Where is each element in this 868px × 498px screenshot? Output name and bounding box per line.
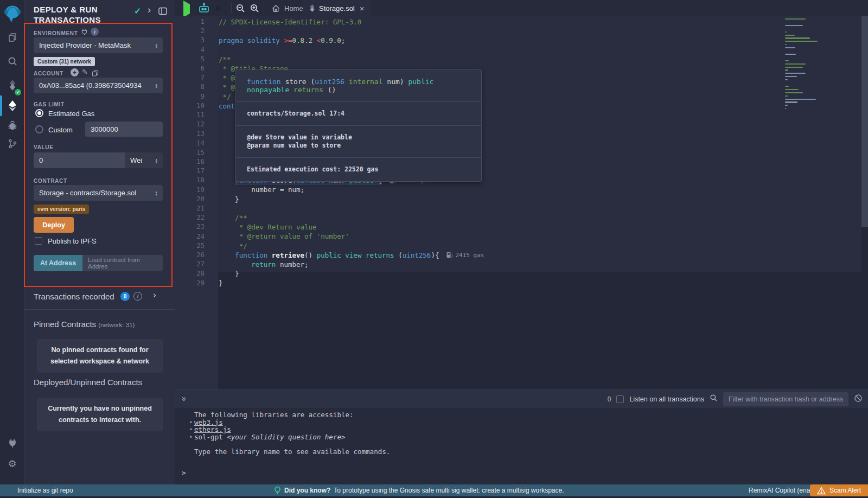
solidity-compiler-icon[interactable]: ✓ xyxy=(0,76,24,94)
minimap-line xyxy=(785,79,788,80)
custom-gas-label: Custom xyxy=(48,126,73,134)
minimap-line xyxy=(785,99,816,100)
terminal-toolbar: » 0 Listen on all transactions xyxy=(175,390,868,408)
minimap-line xyxy=(785,63,806,65)
terminal-line: sol-gpt <your Solidity question here> xyxy=(175,433,868,441)
contract-select[interactable]: Storage - contracts/Storage.sol ▴▾ xyxy=(34,185,163,201)
remix-ide-window: ✓ xyxy=(0,0,868,498)
plugin-manager-icon[interactable] xyxy=(0,434,24,452)
terminal-collapse-icon[interactable]: » xyxy=(180,397,189,401)
minimap-line xyxy=(785,47,795,48)
zoom-out-icon[interactable] xyxy=(235,3,246,16)
minimap-line xyxy=(785,54,796,55)
account-select[interactable]: 0xA03...85ac4 (0.398673504934 ▴▾ xyxy=(34,78,163,93)
panel-expand-icon[interactable]: › xyxy=(148,4,151,16)
editor-minimap[interactable] xyxy=(785,17,839,126)
line-number: 11 xyxy=(196,111,205,119)
debugger-icon[interactable] xyxy=(0,116,24,135)
git-icon[interactable] xyxy=(0,135,24,153)
code-line-20: } xyxy=(219,195,484,204)
editor-scrollbar[interactable] xyxy=(861,16,868,227)
sign-message-icon[interactable]: ✎ xyxy=(82,68,88,76)
line-number: 21 xyxy=(196,204,205,212)
settings-icon[interactable]: ⚙ xyxy=(0,455,24,473)
select-arrows-icon: ▴▾ xyxy=(155,158,157,163)
minimap-line xyxy=(785,108,786,109)
code-editor[interactable]: 1234567891011121314151617181920212223242… xyxy=(175,16,868,390)
code-line-27: return number; xyxy=(219,260,484,269)
listen-all-transactions-checkbox[interactable] xyxy=(616,395,624,403)
publish-ipfs-checkbox[interactable] xyxy=(35,237,42,245)
line-number: 13 xyxy=(196,129,205,137)
line-number: 15 xyxy=(196,148,205,156)
estimated-gas-label: Estimated Gas xyxy=(48,110,94,118)
gas-pump-icon xyxy=(446,252,452,258)
value-label: VALUE xyxy=(34,144,54,150)
custom-gas-radio[interactable] xyxy=(35,125,43,133)
minimap-line xyxy=(785,60,789,61)
divider xyxy=(231,2,232,14)
line-number: 5 xyxy=(200,55,205,63)
transactions-expand-icon[interactable]: › xyxy=(153,290,156,301)
transactions-info-icon[interactable]: i xyxy=(133,292,142,301)
deployed-contracts-title: Deployed/Unpinned Contracts xyxy=(34,378,142,387)
code-line-3: pragma solidity >=0.8.2 <0.9.0; xyxy=(219,36,484,45)
terminal-line: Type the library name to see available c… xyxy=(175,448,868,456)
compile-success-badge: ✓ xyxy=(15,89,21,95)
deploy-run-icon[interactable] xyxy=(0,97,24,115)
code-line-28: } xyxy=(219,269,484,278)
search-icon[interactable] xyxy=(0,52,24,71)
did-you-know-tip: Did you know? To prototype using the Gno… xyxy=(274,486,564,495)
value-input[interactable]: 0 xyxy=(34,152,125,168)
terminal-lines: The following libraries are accessible:w… xyxy=(175,408,868,456)
deploy-button[interactable]: Deploy xyxy=(34,217,74,233)
minimap-line xyxy=(785,18,806,20)
minimap-line xyxy=(785,67,803,68)
zoom-in-icon[interactable] xyxy=(250,3,260,16)
run-script-icon[interactable] xyxy=(183,4,190,14)
status-bar: Initialize as git repo Did you know? To … xyxy=(0,484,868,496)
value-unit-select[interactable]: Wei ▴▾ xyxy=(125,152,163,168)
estimated-gas-radio[interactable] xyxy=(35,109,43,117)
add-account-icon[interactable]: + xyxy=(71,68,79,76)
select-arrows-icon: ▴▾ xyxy=(155,190,157,196)
transactions-count-badge: 0 xyxy=(120,292,130,301)
transactions-recorded-label: Transactions recorded xyxy=(34,292,114,301)
scam-alert-button[interactable]: Scam Alert xyxy=(810,484,868,496)
environment-info-icon[interactable]: i xyxy=(91,28,99,36)
minimap-line xyxy=(785,105,788,106)
line-number: 8 xyxy=(200,82,205,91)
evm-version-badge: evm version: paris xyxy=(34,205,89,214)
minimap-line xyxy=(785,89,799,90)
environment-select[interactable]: Injected Provider - MetaMask ▴▾ xyxy=(34,37,163,53)
divider xyxy=(24,309,175,310)
warning-icon xyxy=(817,487,826,495)
select-arrows-icon: ▴▾ xyxy=(155,43,157,48)
line-number: 28 xyxy=(196,269,205,277)
remix-logo[interactable] xyxy=(0,3,24,25)
line-number: 9 xyxy=(200,92,205,100)
git-init-button[interactable]: Initialize as git repo xyxy=(17,487,73,494)
transaction-filter-input[interactable] xyxy=(723,392,848,406)
terminal-line: The following libraries are accessible: xyxy=(175,411,868,419)
fork-icon[interactable] xyxy=(81,28,88,38)
gas-estimate-annotation: 2415 gas xyxy=(446,251,484,260)
deployed-empty-box: Currently you have no unpinned contracts… xyxy=(37,398,163,431)
ai-copilot-icon[interactable] xyxy=(197,2,210,16)
line-number: 14 xyxy=(196,139,205,147)
minimap-line xyxy=(785,95,788,97)
custom-gas-input[interactable]: 3000000 xyxy=(85,122,163,137)
terminal-prompt: > xyxy=(182,469,186,477)
minimap-line xyxy=(785,92,803,93)
gas-limit-label: GAS LIMIT xyxy=(34,101,65,107)
line-number: 17 xyxy=(196,167,205,175)
terminal-output[interactable]: The following libraries are accessible:w… xyxy=(175,408,868,484)
at-address-button[interactable]: At Address xyxy=(34,255,82,271)
block-icon[interactable] xyxy=(854,394,863,405)
at-address-input[interactable]: Load contract from Addres xyxy=(82,255,163,271)
account-label: ACCOUNT xyxy=(34,71,63,76)
file-explorer-icon[interactable] xyxy=(0,28,24,47)
select-arrows-icon: ▴▾ xyxy=(155,83,157,88)
tooltip-gas-cost: Estimated execution cost: 22520 gas xyxy=(236,158,481,181)
panel-layout-icon[interactable] xyxy=(158,7,167,17)
